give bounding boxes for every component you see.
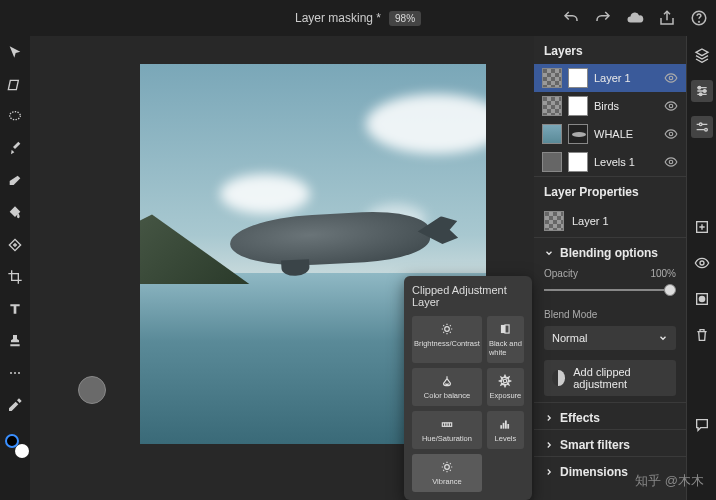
- smart-filters-header[interactable]: Smart filters: [534, 429, 686, 456]
- add-clipped-label: Add clipped adjustment: [573, 366, 668, 390]
- svg-point-9: [669, 132, 673, 136]
- adjustment-color-balance[interactable]: Color balance: [412, 368, 482, 406]
- stamp-tool-icon[interactable]: [6, 332, 24, 350]
- tool-rail: [0, 36, 30, 500]
- visibility-icon[interactable]: [664, 127, 678, 141]
- properties-panel-icon[interactable]: [691, 80, 713, 102]
- more-tools-icon[interactable]: [6, 364, 24, 382]
- layers-panel-icon[interactable]: [691, 44, 713, 66]
- chevron-right-icon: [544, 467, 554, 477]
- opacity-label: Opacity: [544, 268, 578, 279]
- svg-point-14: [699, 123, 702, 126]
- svg-point-12: [703, 90, 706, 93]
- blend-mode-label: Blend Mode: [534, 305, 686, 322]
- clipped-adjustment-popup: Clipped Adjustment Layer Brightness/Cont…: [404, 276, 532, 500]
- opacity-value: 100%: [650, 268, 676, 279]
- svg-rect-28: [508, 424, 510, 429]
- svg-point-23: [504, 379, 508, 383]
- svg-point-1: [699, 21, 700, 22]
- type-tool-icon[interactable]: [6, 300, 24, 318]
- cloud-icon[interactable]: [626, 9, 644, 27]
- adjustment-hue-saturation[interactable]: Hue/Saturation: [412, 411, 482, 449]
- blending-title: Blending options: [560, 246, 658, 260]
- blending-header[interactable]: Blending options: [534, 237, 686, 264]
- blend-mode-value: Normal: [552, 332, 587, 344]
- effects-title: Effects: [560, 411, 600, 425]
- dimensions-title: Dimensions: [560, 465, 628, 479]
- layer-row[interactable]: Levels 1: [534, 148, 686, 176]
- layer-row[interactable]: WHALE: [534, 120, 686, 148]
- fill-tool-icon[interactable]: [6, 204, 24, 222]
- transform-tool-icon[interactable]: [6, 76, 24, 94]
- share-icon[interactable]: [658, 9, 676, 27]
- chevron-right-icon: [544, 440, 554, 450]
- svg-rect-22: [505, 325, 509, 333]
- heal-tool-icon[interactable]: [6, 236, 24, 254]
- undo-icon[interactable]: [562, 9, 580, 27]
- doc-name: Layer masking *: [295, 11, 381, 25]
- svg-point-6: [18, 372, 20, 374]
- svg-rect-26: [503, 423, 505, 429]
- visibility-icon[interactable]: [664, 71, 678, 85]
- svg-point-8: [669, 104, 673, 108]
- adjustment-levels[interactable]: Levels: [487, 411, 524, 449]
- layer-name: WHALE: [594, 128, 658, 140]
- document-title: Layer masking * 98%: [295, 11, 421, 26]
- svg-point-4: [10, 372, 12, 374]
- add-clipped-adjustment-button[interactable]: Add clipped adjustment: [544, 360, 676, 396]
- active-layer-name: Layer 1: [572, 215, 609, 227]
- eyedropper-tool-icon[interactable]: [6, 396, 24, 414]
- smart-filters-title: Smart filters: [560, 438, 630, 452]
- popup-title: Clipped Adjustment Layer: [412, 284, 524, 308]
- svg-point-15: [704, 128, 707, 131]
- adjustment-vibrance[interactable]: Vibrance: [412, 454, 482, 492]
- svg-point-17: [700, 261, 704, 265]
- visibility-icon[interactable]: [664, 155, 678, 169]
- opacity-slider[interactable]: [544, 283, 676, 297]
- brush-preview-icon[interactable]: [78, 376, 106, 404]
- brush-tool-icon[interactable]: [6, 140, 24, 158]
- move-tool-icon[interactable]: [6, 44, 24, 62]
- brightness-icon: [440, 322, 454, 336]
- visibility-icon[interactable]: [664, 99, 678, 113]
- lasso-tool-icon[interactable]: [6, 108, 24, 126]
- add-layer-icon[interactable]: [691, 216, 713, 238]
- eraser-tool-icon[interactable]: [6, 172, 24, 190]
- layer-name: Levels 1: [594, 156, 658, 168]
- svg-point-20: [445, 327, 450, 332]
- adjustments-panel-icon[interactable]: [691, 116, 713, 138]
- svg-point-13: [699, 93, 702, 96]
- vibrance-icon: [440, 460, 454, 474]
- mask-panel-icon[interactable]: [691, 288, 713, 310]
- hue-saturation-icon: [440, 417, 454, 431]
- svg-point-19: [698, 296, 705, 303]
- right-rail: [686, 36, 716, 500]
- redo-icon[interactable]: [594, 9, 612, 27]
- blend-mode-select[interactable]: Normal: [544, 326, 676, 350]
- effects-header[interactable]: Effects: [534, 402, 686, 429]
- zoom-badge[interactable]: 98%: [389, 11, 421, 26]
- adjustment-exposure[interactable]: Exposure: [487, 368, 524, 406]
- comments-panel-icon[interactable]: [691, 414, 713, 436]
- adjustment-black-white[interactable]: Black and white: [487, 316, 524, 363]
- properties-panel: Layers Layer 1 Birds WHALE Levels 1 Laye…: [534, 36, 686, 500]
- color-balance-icon: [440, 374, 454, 388]
- help-icon[interactable]: [690, 9, 708, 27]
- crop-tool-icon[interactable]: [6, 268, 24, 286]
- layer-row[interactable]: Layer 1: [534, 64, 686, 92]
- svg-point-10: [669, 160, 673, 164]
- svg-rect-27: [505, 421, 507, 429]
- layer-row[interactable]: Birds: [534, 92, 686, 120]
- delete-panel-icon[interactable]: [691, 324, 713, 346]
- color-swatch[interactable]: [5, 434, 25, 454]
- chevron-right-icon: [544, 413, 554, 423]
- svg-point-11: [698, 86, 701, 89]
- visibility-panel-icon[interactable]: [691, 252, 713, 274]
- topbar: Layer masking * 98%: [0, 0, 716, 36]
- svg-point-7: [669, 76, 673, 80]
- svg-rect-25: [501, 425, 503, 429]
- exposure-icon: [498, 374, 512, 388]
- svg-point-2: [10, 112, 21, 120]
- active-layer: Layer 1: [534, 205, 686, 237]
- adjustment-brightness-contrast[interactable]: Brightness/Contrast: [412, 316, 482, 363]
